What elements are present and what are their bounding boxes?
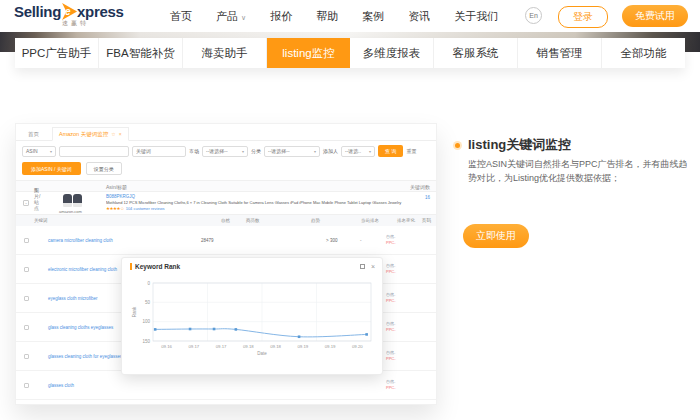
row-checkbox[interactable] <box>24 238 29 243</box>
product-info: B088PKRGJQ Mothland 12 PCS Microfiber Cl… <box>106 194 410 211</box>
chevron-down-icon: ▾ <box>50 149 52 154</box>
nav-item-products[interactable]: 产品∨ <box>216 9 246 24</box>
svg-text:50: 50 <box>145 300 151 305</box>
subnav-item-reports[interactable]: 多维度报表 <box>350 38 434 68</box>
rank-type-cell: 自然-PPC- <box>386 292 396 303</box>
nav-item-cases[interactable]: 案例 <box>362 9 384 24</box>
product-asin-link[interactable]: B088PKRGJQ <box>106 194 410 199</box>
subcol-keyword: 关键词 <box>34 218 48 223</box>
adder-label: 添加人 <box>323 148 338 154</box>
logo-arrow-icon: e <box>62 3 77 20</box>
keyword-rank-chart: 05010015009.1609.1709.1709.1809.1809.190… <box>129 277 377 371</box>
action-bar: 添加ASIN / 关键词 设置分类 <box>22 162 122 175</box>
top-header: Selling e xpress 速赢特 首页 产品∨ 报价 帮助 案例 资讯 … <box>0 0 700 32</box>
table-row: glasses cloth 自然-PPC- <box>16 371 436 400</box>
keyword-link[interactable]: electronic microfiber cleaning cloth <box>48 267 117 272</box>
nav-item-news[interactable]: 资讯 <box>408 9 430 24</box>
set-category-button[interactable]: 设置分类 <box>86 162 122 175</box>
svg-text:09.16: 09.16 <box>161 344 172 349</box>
keyword-link[interactable]: glasses cleaning cloth for eyeglasses <box>48 354 122 359</box>
product-title: Mothland 12 PCS Microfiber Cleaning Clot… <box>106 200 410 205</box>
chevron-down-icon: ▾ <box>242 149 244 154</box>
row-checkbox[interactable] <box>24 383 29 388</box>
col-keyword-count: 关键词数 <box>410 184 430 190</box>
row-checkbox[interactable] <box>24 267 29 272</box>
subcol-products: 商品数 <box>246 218 260 223</box>
filter-bar: ASIN▾ 市场 --请选择--▾ 分类 --请选择--▾ 添加人 --请选..… <box>22 145 430 157</box>
logo-text-selling: Selling <box>14 3 61 20</box>
search-button[interactable]: 查 询 <box>378 145 403 157</box>
svg-text:09.18: 09.18 <box>270 344 281 349</box>
svg-text:Rank: Rank <box>132 306 137 317</box>
adder-select[interactable]: --请选..▾ <box>341 146 375 157</box>
close-icon[interactable]: × <box>371 264 375 269</box>
logo-subtitle: 速赢特 <box>62 19 124 28</box>
keyword-rank-popup: Keyword Rank × 05010015009.1609.1709.170… <box>121 257 383 375</box>
svg-text:0: 0 <box>147 281 150 286</box>
subnav-item-haimai[interactable]: 海卖助手 <box>183 38 267 68</box>
subcol-rank-change: 排名变化 <box>397 218 415 223</box>
logo-letter-e: e <box>65 6 71 17</box>
subcol-natural: 自然 <box>221 218 230 223</box>
chevron-down-icon: ▾ <box>314 149 316 154</box>
reviews-link[interactable]: 104 customer reviews <box>126 206 165 211</box>
keyword-count-value[interactable]: 16 <box>425 195 430 200</box>
col-asin-title: Asin/标题 <box>106 184 127 190</box>
subcol-current-rank: 当前排名 <box>361 218 379 223</box>
keyword-link[interactable]: glasses cloth <box>48 383 74 388</box>
row-checkbox[interactable] <box>24 296 29 301</box>
add-asin-keyword-button[interactable]: 添加ASIN / 关键词 <box>22 162 81 175</box>
subnav-item-service[interactable]: 客服系统 <box>434 38 518 68</box>
keyword-input[interactable] <box>132 146 186 157</box>
asin-input[interactable] <box>59 146 129 157</box>
free-trial-button[interactable]: 免费试用 <box>622 5 688 27</box>
svg-text:09.17: 09.17 <box>216 344 227 349</box>
asin-type-select[interactable]: ASIN▾ <box>22 146 56 157</box>
star-rating-icon: ★★★★☆ <box>106 206 124 211</box>
svg-text:150: 150 <box>142 339 150 344</box>
rank-value: > 300 <box>326 238 337 243</box>
language-toggle[interactable]: En <box>525 7 542 24</box>
feature-description: 监控ASIN关键词自然排名与PPC广告排名，并有曲线趋势对比，为Listing优… <box>468 158 694 186</box>
row-checkbox[interactable] <box>24 354 29 359</box>
category-select[interactable]: --请选择--▾ <box>264 146 320 157</box>
subnav-item-fba[interactable]: FBA智能补货 <box>99 38 183 68</box>
keyword-link[interactable]: glass cleaning cloths eyeglasses <box>48 325 113 330</box>
popup-header: Keyword Rank × <box>130 263 375 270</box>
subcol-page: 页码 <box>422 218 431 223</box>
product-subnav: PPC广告助手 FBA智能补货 海卖助手 listing监控 多维度报表 客服系… <box>15 38 685 68</box>
reset-link[interactable]: 重置 <box>406 148 416 154</box>
logo[interactable]: Selling e xpress 速赢特 <box>14 3 124 28</box>
use-now-button[interactable]: 立即使用 <box>463 224 529 248</box>
product-site: amazon.com <box>59 209 82 214</box>
logo-text-xpress: xpress <box>77 3 124 20</box>
product-image <box>63 194 82 207</box>
subnav-item-listing-monitor[interactable]: listing监控 <box>267 38 350 68</box>
svg-text:09.18: 09.18 <box>243 344 254 349</box>
nav-item-about[interactable]: 关于我们 <box>454 9 498 24</box>
keyword-link[interactable]: camera microfiber cleaning cloth <box>48 238 113 243</box>
dashboard-tab-home[interactable]: 首页 <box>22 128 45 141</box>
svg-text:09.19: 09.19 <box>297 344 308 349</box>
subnav-item-all[interactable]: 全部功能 <box>602 38 685 68</box>
dashboard-tab-keyword-monitor[interactable]: Amazon 关键词监控 ☆ × <box>52 127 129 141</box>
nav-item-help[interactable]: 帮助 <box>316 9 338 24</box>
row-checkbox[interactable] <box>24 325 29 330</box>
market-select[interactable]: --请选择--▾ <box>202 146 248 157</box>
row-expander[interactable]: - <box>23 200 29 206</box>
subcol-trend: 趋势 <box>311 218 320 223</box>
star-icon[interactable]: ☆ <box>111 131 115 137</box>
category-label: 分类 <box>251 148 261 154</box>
nav-item-home[interactable]: 首页 <box>170 9 192 24</box>
expand-icon[interactable] <box>360 264 365 269</box>
keyword-link[interactable]: eyeglass cloth microfiber <box>48 296 98 301</box>
accent-bar <box>130 263 132 270</box>
chevron-down-icon: ▾ <box>369 149 371 154</box>
main-nav: 首页 产品∨ 报价 帮助 案例 资讯 关于我们 <box>170 0 498 32</box>
subnav-item-ppc[interactable]: PPC广告助手 <box>15 38 99 68</box>
product-row: - amazon.com B088PKRGJQ Mothland 12 PCS … <box>16 192 436 215</box>
subnav-item-sales[interactable]: 销售管理 <box>518 38 602 68</box>
nav-item-pricing[interactable]: 报价 <box>270 9 292 24</box>
login-button[interactable]: 登录 <box>558 6 608 28</box>
close-icon[interactable]: × <box>119 131 122 137</box>
